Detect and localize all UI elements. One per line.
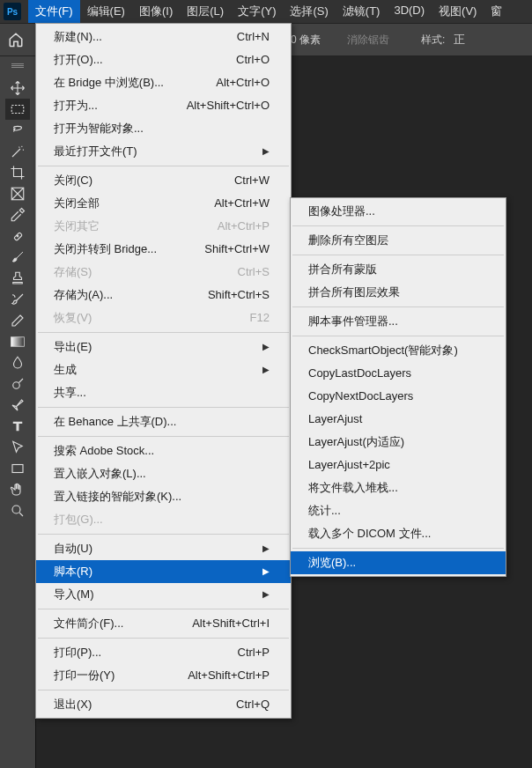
tool-eyedropper[interactable]: [5, 204, 30, 225]
menu-separator: [292, 255, 504, 255]
svg-rect-5: [12, 465, 23, 473]
tool-stamp[interactable]: [5, 268, 30, 289]
menu-item-label: 在 Bridge 中浏览(B)...: [54, 74, 164, 92]
tool-marquee[interactable]: [5, 99, 30, 120]
submenu-arrow-icon: ▶: [262, 563, 270, 580]
tool-history-brush[interactable]: [5, 289, 30, 310]
tool-wand[interactable]: [5, 141, 30, 162]
menu-separator: [38, 638, 289, 639]
file-menu-item[interactable]: 搜索 Adobe Stock...: [36, 439, 291, 462]
file-menu-item[interactable]: 自动(U)▶: [36, 537, 291, 560]
script-menu-item[interactable]: 浏览(B)...: [291, 551, 506, 574]
script-menu-item[interactable]: LayerAjust(内适应): [291, 431, 506, 454]
menu-separator: [38, 407, 289, 408]
menu-item-label: 打包(G)...: [54, 511, 103, 528]
tool-dodge[interactable]: [5, 373, 30, 395]
menu-item-label: 存储为(A)...: [54, 286, 113, 304]
tool-gradient[interactable]: [5, 331, 30, 352]
script-menu-item[interactable]: 拼合所有蒙版: [291, 258, 506, 281]
menu-separator: [292, 336, 504, 336]
tool-frame[interactable]: [5, 183, 30, 204]
tool-hand[interactable]: [5, 479, 30, 500]
menu-item-shortcut: Ctrl+P: [238, 644, 270, 661]
menu-item-label: 打开(O)...: [54, 51, 103, 69]
menu-item-label: 脚本事件管理器...: [308, 313, 398, 330]
menu-separator: [38, 332, 289, 333]
file-menu-item[interactable]: 生成▶: [36, 358, 291, 381]
menu-item-shortcut: Alt+Ctrl+W: [214, 195, 270, 212]
file-menu-item[interactable]: 关闭全部Alt+Ctrl+W: [36, 192, 291, 215]
file-menu-item[interactable]: 打印一份(Y)Alt+Shift+Ctrl+P: [36, 664, 291, 687]
tool-lasso[interactable]: [5, 120, 30, 141]
file-menu-item[interactable]: 脚本(R)▶: [36, 560, 291, 583]
file-menu-item[interactable]: 打开为...Alt+Shift+Ctrl+O: [36, 94, 291, 117]
menubar-item-1[interactable]: 编辑(E): [80, 0, 132, 23]
file-menu-item[interactable]: 导出(E)▶: [36, 336, 291, 358]
file-menu-item[interactable]: 在 Bridge 中浏览(B)...Alt+Ctrl+O: [36, 71, 291, 94]
script-submenu: 图像处理器...删除所有空图层拼合所有蒙版拼合所有图层效果脚本事件管理器...C…: [290, 197, 506, 577]
menu-item-shortcut: Ctrl+O: [236, 51, 270, 69]
file-menu-item[interactable]: 共享...: [36, 381, 291, 404]
script-menu-item[interactable]: CopyLastDocLayers: [291, 362, 506, 385]
script-menu-item[interactable]: CheckSmartObject(智能对象): [291, 339, 506, 362]
file-menu-item[interactable]: 置入链接的智能对象(K)...: [36, 485, 291, 508]
file-menu-item: 关闭其它Alt+Ctrl+P: [36, 215, 291, 238]
file-menu-item[interactable]: 最近打开文件(T)▶: [36, 140, 291, 163]
menubar-item-5[interactable]: 选择(S): [283, 0, 335, 23]
menubar-item-2[interactable]: 图像(I): [132, 0, 180, 23]
tool-crop[interactable]: [5, 162, 30, 183]
menubar-item-3[interactable]: 图层(L): [180, 0, 231, 23]
file-menu-item[interactable]: 置入嵌入对象(L)...: [36, 462, 291, 485]
file-menu-item[interactable]: 导入(M)▶: [36, 583, 291, 606]
tool-rectangle[interactable]: [5, 458, 30, 479]
menubar-item-8[interactable]: 视图(V): [432, 0, 484, 23]
script-menu-item[interactable]: 脚本事件管理器...: [291, 310, 506, 333]
menubar-item-9[interactable]: 窗: [484, 0, 509, 23]
svg-point-6: [12, 506, 20, 513]
file-menu-item[interactable]: 退出(X)Ctrl+Q: [36, 693, 291, 716]
menubar-item-7[interactable]: 3D(D): [387, 0, 432, 23]
menu-item-label: 恢复(V): [54, 309, 92, 327]
file-menu-item[interactable]: 存储为(A)...Shift+Ctrl+S: [36, 284, 291, 306]
tool-move[interactable]: [5, 78, 30, 99]
file-menu-item[interactable]: 文件简介(F)...Alt+Shift+Ctrl+I: [36, 612, 291, 635]
tool-blur[interactable]: [5, 352, 30, 373]
script-menu-item[interactable]: 删除所有空图层: [291, 229, 506, 252]
script-menu-item[interactable]: 载入多个 DICOM 文件...: [291, 522, 506, 545]
tool-heal[interactable]: [5, 225, 30, 247]
script-menu-item[interactable]: 将文件载入堆栈...: [291, 476, 506, 499]
menu-item-label: LayerAjust(内适应): [308, 433, 404, 451]
tool-brush[interactable]: [5, 247, 30, 268]
file-menu-item[interactable]: 打印(P)...Ctrl+P: [36, 641, 291, 664]
menu-item-label: 关闭全部: [54, 195, 100, 212]
menubar-item-0[interactable]: 文件(F): [28, 0, 80, 23]
menu-item-shortcut: F12: [250, 309, 270, 327]
script-menu-item[interactable]: CopyNextDocLayers: [291, 385, 506, 408]
tool-type[interactable]: [5, 416, 30, 437]
file-menu-item[interactable]: 打开为智能对象...: [36, 117, 291, 140]
tool-eraser[interactable]: [5, 310, 30, 331]
tool-pen[interactable]: [5, 395, 30, 416]
file-menu-item[interactable]: 打开(O)...Ctrl+O: [36, 48, 291, 71]
menu-item-shortcut: Ctrl+S: [238, 263, 270, 281]
file-menu-dropdown: 新建(N)...Ctrl+N打开(O)...Ctrl+O在 Bridge 中浏览…: [35, 23, 292, 719]
menu-item-label: 导出(E): [54, 338, 92, 356]
menu-item-shortcut: Ctrl+Q: [236, 696, 270, 713]
file-menu-item[interactable]: 新建(N)...Ctrl+N: [36, 26, 291, 48]
tool-path-select[interactable]: [5, 437, 30, 458]
home-icon[interactable]: [5, 29, 26, 50]
file-menu-item[interactable]: 关闭(C)Ctrl+W: [36, 169, 291, 192]
script-menu-item[interactable]: LayerAjust: [291, 408, 506, 431]
menubar-item-6[interactable]: 滤镜(T): [336, 0, 388, 23]
script-menu-item[interactable]: 统计...: [291, 499, 506, 522]
menu-item-label: 打开为...: [54, 97, 98, 114]
script-menu-item[interactable]: LayerAjust+2pic: [291, 454, 506, 476]
script-menu-item[interactable]: 拼合所有图层效果: [291, 281, 506, 304]
menu-separator: [292, 225, 504, 226]
script-menu-item[interactable]: 图像处理器...: [291, 200, 506, 223]
file-menu-item[interactable]: 在 Behance 上共享(D)...: [36, 410, 291, 433]
file-menu-item[interactable]: 关闭并转到 Bridge...Shift+Ctrl+W: [36, 238, 291, 261]
menu-separator: [38, 609, 289, 609]
menubar-item-4[interactable]: 文字(Y): [231, 0, 283, 23]
tool-zoom[interactable]: [5, 500, 30, 521]
